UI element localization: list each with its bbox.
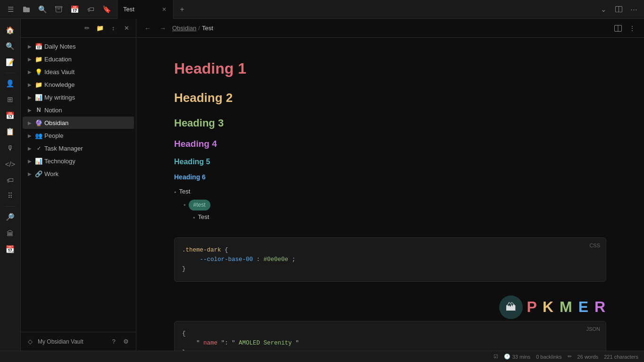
- breadcrumb: Obsidian / Test: [172, 25, 608, 32]
- sidebar-item-work-label: Work: [44, 170, 130, 177]
- archive-icon[interactable]: [52, 3, 65, 16]
- content-topbar: ← → Obsidian / Test ⋮: [136, 19, 644, 38]
- sidebar-item-education[interactable]: ▶ 📁 Education: [23, 53, 134, 65]
- chevron-right-icon: ▶: [26, 132, 33, 139]
- status-characters: 221 characters: [604, 354, 638, 360]
- technology-icon: 📊: [35, 157, 42, 165]
- chevron-right-icon: ▶: [26, 81, 33, 88]
- search-tb-icon[interactable]: 🔍: [36, 3, 49, 16]
- icon-sidebar-calendar[interactable]: 📅: [3, 108, 18, 123]
- heading-3: Heading 3: [174, 115, 606, 131]
- sidebar-item-people-label: People: [44, 132, 130, 139]
- task-manager-icon: ✓: [35, 144, 42, 152]
- content-area: ← → Obsidian / Test ⋮ Heading 1 Heading …: [136, 19, 644, 351]
- icon-sidebar-cal2[interactable]: 📆: [3, 242, 18, 257]
- sidebar-item-obsidian[interactable]: ▶ 🔮 Obsidian: [23, 117, 134, 129]
- icon-sidebar-home[interactable]: 🏠: [3, 23, 18, 38]
- chevron-right-icon: ▶: [26, 158, 33, 164]
- chevron-right-icon: ▶: [26, 107, 33, 113]
- new-folder-icon[interactable]: 📁: [94, 23, 106, 34]
- icon-sidebar-community[interactable]: 🏛: [3, 226, 18, 241]
- sidebar-item-notion[interactable]: ▶ N Notion: [23, 104, 134, 116]
- icon-sidebar-separator: [5, 73, 16, 73]
- heading-5: Heading 5: [174, 156, 606, 168]
- list-item: • Test: [193, 211, 606, 224]
- chevron-down-icon[interactable]: ⌄: [597, 3, 610, 16]
- code-line-1: .theme-dark {: [182, 245, 598, 255]
- status-time: 🕐 33 mins: [504, 354, 531, 360]
- sidebar-item-daily-notes[interactable]: ▶ 📅 Daily Notes: [23, 40, 134, 52]
- code-line-3: }: [182, 264, 598, 274]
- tag-icon[interactable]: 🏷: [84, 3, 97, 16]
- sidebar-toggle-icon[interactable]: ☰: [4, 3, 17, 16]
- sidebar-item-technology-label: Technology: [44, 158, 130, 165]
- calendar-icon[interactable]: 📅: [68, 3, 81, 16]
- vault-name: My Obsidian Vault: [38, 338, 84, 345]
- icon-sidebar-copy[interactable]: 📋: [3, 124, 18, 139]
- json-line-2: " name ": " AMOLED Serenity ": [182, 338, 598, 348]
- icon-sidebar-code[interactable]: </>: [3, 156, 18, 171]
- sidebar-item-work[interactable]: ▶ 🔗 Work: [23, 168, 134, 180]
- my-writings-icon: 📊: [35, 93, 42, 101]
- layout-split-icon[interactable]: [612, 3, 625, 16]
- sidebar-item-people[interactable]: ▶ 👥 People: [23, 129, 134, 142]
- chevron-right-icon: ▶: [26, 119, 33, 126]
- help-button[interactable]: ?: [109, 337, 119, 347]
- people-icon: 👥: [35, 132, 42, 139]
- breadcrumb-parent[interactable]: Obsidian: [172, 25, 196, 32]
- icon-sidebar-search[interactable]: 🔍: [3, 39, 18, 54]
- reading-mode-button[interactable]: [612, 22, 624, 34]
- code-lang-json: JSON: [586, 325, 600, 334]
- icon-sidebar-separator2: [5, 206, 16, 207]
- list-item: • Test: [174, 186, 606, 199]
- heading-1: Heading 1: [174, 57, 606, 81]
- breadcrumb-current: Test: [202, 25, 213, 32]
- sidebar-item-my-writings[interactable]: ▶ 📊 My writings: [23, 91, 134, 103]
- more-options-button[interactable]: ⋮: [626, 22, 638, 34]
- title-bar: ☰ 🔍 📅 🏷 🔖 Test ✕ + ⌄ ⋯: [0, 0, 644, 19]
- more-options-icon[interactable]: ⋯: [627, 3, 640, 16]
- close-sidebar-icon[interactable]: ✕: [121, 23, 132, 34]
- back-button[interactable]: ←: [142, 23, 153, 34]
- sidebar-item-task-manager-label: Task Manager: [44, 145, 130, 152]
- code-line-2: --color-base-00 : #0e0e0e ;: [182, 255, 598, 264]
- icon-sidebar-mic[interactable]: 🎙: [3, 140, 18, 155]
- sidebar-header: ✏ 📁 ↕ ✕: [21, 19, 136, 38]
- icon-sidebar-grid[interactable]: ⊞: [3, 92, 18, 107]
- status-words: 26 words: [577, 354, 599, 360]
- forward-button[interactable]: →: [157, 23, 168, 34]
- tab-test[interactable]: Test ✕: [117, 0, 174, 19]
- icon-sidebar-search2[interactable]: 🔎: [3, 210, 18, 225]
- sort-icon[interactable]: ↕: [108, 23, 119, 34]
- topbar-right: ⋮: [612, 22, 638, 34]
- sidebar-footer-actions: ? ⚙: [109, 337, 131, 347]
- json-line-3: }: [182, 348, 598, 351]
- sidebar-item-ideas-vault[interactable]: ▶ 💡 Ideas Vault: [23, 66, 134, 78]
- sidebar-item-my-writings-label: My writings: [44, 94, 130, 101]
- sidebar-item-ideas-vault-label: Ideas Vault: [44, 68, 130, 76]
- icon-sidebar-notes[interactable]: 📝: [3, 55, 18, 70]
- icon-sidebar-graph[interactable]: 👤: [3, 76, 18, 91]
- title-bar-left: ☰ 🔍 📅 🏷 🔖: [4, 3, 113, 16]
- sidebar-item-knowledge[interactable]: ▶ 📁 Knowledge: [23, 78, 134, 91]
- status-time-label: 33 mins: [512, 354, 531, 360]
- editor-area[interactable]: Heading 1 Heading 2 Heading 3 Heading 4 …: [136, 38, 644, 351]
- code-block-json: JSON { " name ": " AMOLED Serenity " }: [174, 321, 606, 351]
- sidebar-item-task-manager[interactable]: ▶ ✓ Task Manager: [23, 142, 134, 154]
- icon-sidebar-dots[interactable]: ⠿: [3, 188, 18, 203]
- folder-icon[interactable]: [20, 3, 33, 16]
- code-lang-css: CSS: [589, 242, 600, 250]
- status-backlinks-label: 0 backlinks: [536, 354, 561, 360]
- sidebar-item-technology[interactable]: ▶ 📊 Technology: [23, 155, 134, 167]
- json-line-1: {: [182, 329, 598, 338]
- chevron-right-icon: ▶: [26, 170, 33, 177]
- settings-button[interactable]: ⚙: [121, 337, 131, 347]
- new-tab-button[interactable]: +: [176, 3, 189, 16]
- icon-sidebar-tag2[interactable]: 🏷: [3, 172, 18, 187]
- breadcrumb-separator: /: [198, 25, 200, 32]
- bookmark-icon[interactable]: 🔖: [100, 3, 113, 16]
- vault-diamond-icon: ◇: [25, 337, 35, 346]
- status-words-label: 26 words: [577, 354, 599, 360]
- new-note-icon[interactable]: ✏: [81, 23, 92, 34]
- tab-close-icon[interactable]: ✕: [161, 5, 167, 14]
